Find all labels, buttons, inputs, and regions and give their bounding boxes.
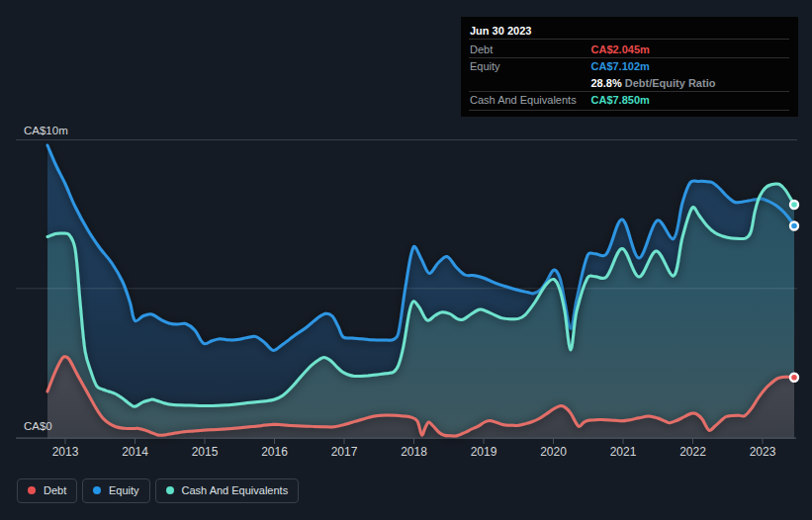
svg-text:2021: 2021 — [610, 445, 637, 459]
svg-text:CA$0: CA$0 — [24, 420, 52, 432]
svg-text:2016: 2016 — [261, 445, 288, 459]
svg-text:2023: 2023 — [750, 445, 776, 459]
svg-text:CA$10m: CA$10m — [24, 125, 68, 136]
svg-text:2020: 2020 — [540, 445, 567, 459]
svg-text:2013: 2013 — [52, 445, 79, 459]
svg-text:2015: 2015 — [192, 445, 219, 459]
svg-text:2019: 2019 — [471, 445, 497, 459]
svg-text:2018: 2018 — [401, 445, 427, 459]
svg-text:2017: 2017 — [331, 445, 358, 459]
svg-text:2022: 2022 — [679, 445, 706, 459]
svg-text:2014: 2014 — [122, 445, 148, 459]
